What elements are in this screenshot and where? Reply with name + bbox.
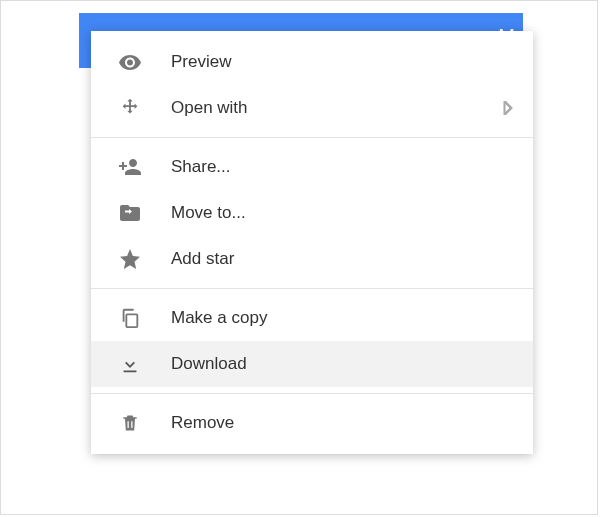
menu-divider <box>91 288 533 289</box>
context-menu: Preview Open with Share... Move to... <box>91 31 533 454</box>
menu-item-label: Open with <box>171 98 503 118</box>
trash-icon <box>117 410 143 436</box>
menu-item-label: Move to... <box>171 203 513 223</box>
menu-item-open-with[interactable]: Open with <box>91 85 533 131</box>
folder-move-icon <box>117 200 143 226</box>
add-person-icon <box>117 154 143 180</box>
svg-rect-2 <box>131 421 132 428</box>
download-icon <box>117 351 143 377</box>
menu-divider <box>91 137 533 138</box>
eye-icon <box>117 49 143 75</box>
menu-item-label: Make a copy <box>171 308 513 328</box>
menu-item-label: Share... <box>171 157 513 177</box>
menu-item-label: Download <box>171 354 513 374</box>
menu-item-move-to[interactable]: Move to... <box>91 190 533 236</box>
chevron-right-icon <box>503 101 513 115</box>
copy-icon <box>117 305 143 331</box>
menu-item-download[interactable]: Download <box>91 341 533 387</box>
menu-item-add-star[interactable]: Add star <box>91 236 533 282</box>
menu-item-preview[interactable]: Preview <box>91 39 533 85</box>
svg-rect-0 <box>126 314 137 327</box>
svg-rect-1 <box>128 421 129 428</box>
menu-item-share[interactable]: Share... <box>91 144 533 190</box>
menu-item-remove[interactable]: Remove <box>91 400 533 446</box>
move-arrows-icon <box>117 95 143 121</box>
menu-item-label: Remove <box>171 413 513 433</box>
menu-item-make-copy[interactable]: Make a copy <box>91 295 533 341</box>
app-frame: M Preview Open with Share... <box>0 0 598 515</box>
star-icon <box>117 246 143 272</box>
menu-item-label: Preview <box>171 52 513 72</box>
menu-divider <box>91 393 533 394</box>
menu-item-label: Add star <box>171 249 513 269</box>
